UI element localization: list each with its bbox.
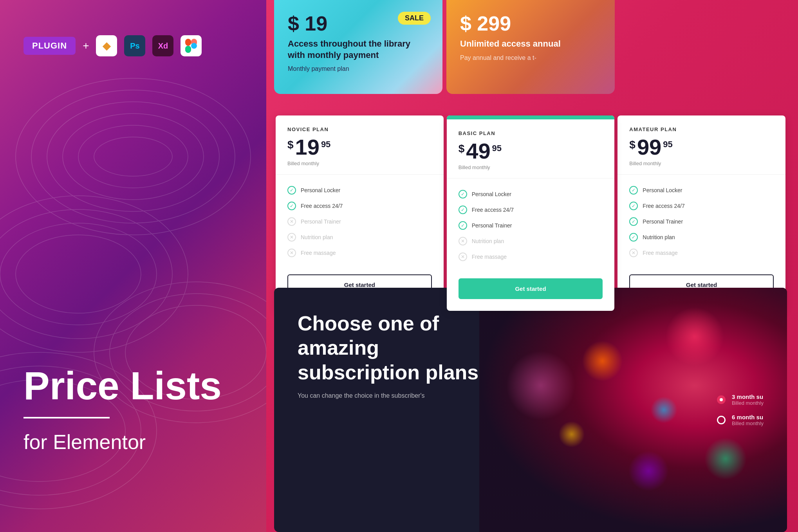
list-item: ✕ Nutrition plan bbox=[287, 229, 432, 245]
plugin-row: PLUGIN + ◆ Ps Xd bbox=[23, 35, 202, 56]
divider bbox=[23, 417, 110, 418]
bottom-subscription-section: Choose one of amazing subscription plans… bbox=[274, 288, 787, 532]
monthly-description: Access throughout the library with month… bbox=[288, 38, 429, 61]
annual-description: Unlimited access annual bbox=[460, 38, 601, 50]
basic-features: ✓ Personal Locker ✓ Free access 24/7 ✓ P… bbox=[447, 179, 615, 272]
novice-price-main: 19 bbox=[295, 136, 320, 158]
annual-price: $ 299 bbox=[460, 12, 601, 35]
basic-plan-card: BASIC PLAN $ 49 95 Billed monthly ✓ Pers… bbox=[447, 115, 615, 311]
novice-price-row: $ 19 95 bbox=[287, 136, 432, 158]
novice-features: ✓ Personal Locker ✓ Free access 24/7 ✕ P… bbox=[276, 175, 444, 269]
bottom-title: Choose one of amazing subscription plans bbox=[298, 311, 493, 384]
page-title: Price Lists bbox=[23, 366, 222, 405]
list-item: ✓ Free access 24/7 bbox=[287, 198, 432, 214]
amateur-features: ✓ Personal Locker ✓ Free access 24/7 ✓ P… bbox=[617, 175, 785, 269]
amateur-price-main: 99 bbox=[637, 136, 661, 158]
svg-point-1 bbox=[31, 90, 235, 223]
list-item: ✓ Free access 24/7 bbox=[459, 202, 603, 218]
novice-billed: Billed monthly bbox=[287, 161, 432, 166]
pricing-table: NOVICE PLAN $ 19 95 Billed monthly ✓ Per… bbox=[274, 115, 787, 311]
list-item: ✕ Personal Trainer bbox=[287, 214, 432, 229]
list-item: ✓ Free access 24/7 bbox=[629, 198, 774, 214]
figma-icon bbox=[181, 35, 202, 56]
amateur-header: AMATEUR PLAN $ 99 95 Billed monthly bbox=[617, 115, 785, 175]
xd-icon: Xd bbox=[152, 35, 173, 56]
amateur-plan-name: AMATEUR PLAN bbox=[629, 126, 774, 132]
list-item: ✕ Free massage bbox=[287, 245, 432, 261]
novice-plan-name: NOVICE PLAN bbox=[287, 126, 432, 132]
list-item: ✓ Personal Locker bbox=[629, 182, 774, 198]
annual-card: $ 299 Unlimited access annual Pay annual… bbox=[446, 0, 615, 94]
check-icon: ✓ bbox=[459, 190, 467, 198]
svg-rect-20 bbox=[185, 46, 191, 53]
svg-point-2 bbox=[47, 102, 219, 211]
list-item: ✕ Free massage bbox=[629, 245, 774, 261]
basic-get-started-button[interactable]: Get started bbox=[459, 278, 603, 299]
cross-icon: ✕ bbox=[459, 252, 467, 261]
svg-point-5 bbox=[94, 137, 172, 176]
svg-point-4 bbox=[78, 125, 188, 188]
monthly-card: SALE $ 19 Access throughout the library … bbox=[274, 0, 442, 94]
annual-subtitle: Pay annual and receive a t- bbox=[460, 54, 601, 61]
novice-header: NOVICE PLAN $ 19 95 Billed monthly bbox=[276, 115, 444, 175]
amateur-price-row: $ 99 95 bbox=[629, 136, 774, 158]
cross-icon: ✕ bbox=[287, 217, 296, 226]
amateur-plan-card: AMATEUR PLAN $ 99 95 Billed monthly ✓ Pe… bbox=[617, 115, 785, 311]
radio-3month[interactable] bbox=[717, 395, 726, 404]
subscription-options: 3 month su Billed monthly 6 month su Bil… bbox=[717, 393, 764, 426]
list-item: ✓ Personal Trainer bbox=[459, 218, 603, 233]
basic-plan-name: BASIC PLAN bbox=[459, 130, 603, 136]
basic-price-row: $ 49 95 bbox=[459, 140, 603, 162]
cross-icon: ✕ bbox=[629, 249, 638, 257]
svg-point-3 bbox=[63, 114, 204, 200]
left-panel: PLUGIN + ◆ Ps Xd Price Lists for Element… bbox=[0, 0, 266, 532]
subscription-option-3month[interactable]: 3 month su Billed monthly bbox=[717, 393, 764, 406]
check-icon: ✓ bbox=[459, 206, 467, 214]
check-icon: ✓ bbox=[629, 217, 638, 226]
check-icon: ✓ bbox=[287, 202, 296, 210]
amateur-billed: Billed monthly bbox=[629, 161, 774, 166]
right-panel: SALE $ 19 Access throughout the library … bbox=[266, 0, 798, 532]
list-item: ✓ Nutrition plan bbox=[629, 229, 774, 245]
top-cards-row: SALE $ 19 Access throughout the library … bbox=[274, 0, 791, 94]
svg-rect-16 bbox=[185, 39, 191, 46]
check-icon: ✓ bbox=[629, 202, 638, 210]
sub-option-6month-label: 6 month su bbox=[732, 414, 764, 420]
basic-billed: Billed monthly bbox=[459, 164, 603, 170]
list-item: ✓ Personal Trainer bbox=[629, 214, 774, 229]
list-item: ✕ Nutrition plan bbox=[459, 233, 603, 249]
basic-header: BASIC PLAN $ 49 95 Billed monthly bbox=[447, 119, 615, 179]
basic-footer: Get started bbox=[447, 272, 615, 311]
basic-price-cents: 95 bbox=[492, 143, 502, 153]
novice-price-cents: 95 bbox=[321, 139, 330, 150]
subscription-option-6month[interactable]: 6 month su Billed monthly bbox=[717, 414, 764, 426]
radio-inner bbox=[720, 398, 723, 401]
novice-dollar: $ bbox=[287, 139, 294, 151]
check-icon: ✓ bbox=[629, 233, 638, 242]
list-item: ✕ Free massage bbox=[459, 249, 603, 265]
plus-sign: + bbox=[83, 40, 89, 52]
svg-point-19 bbox=[191, 43, 197, 49]
list-item: ✓ Personal Locker bbox=[459, 186, 603, 202]
amateur-dollar: $ bbox=[629, 139, 636, 151]
sub-option-3month-sublabel: Billed monthly bbox=[732, 400, 764, 406]
cross-icon: ✕ bbox=[287, 233, 296, 242]
basic-dollar: $ bbox=[459, 142, 465, 155]
cross-icon: ✕ bbox=[287, 249, 296, 257]
svg-point-8 bbox=[0, 223, 157, 325]
cross-icon: ✕ bbox=[459, 237, 467, 245]
photoshop-icon: Ps bbox=[124, 35, 145, 56]
featured-bar bbox=[447, 115, 615, 119]
subtitle-text: for Elementor bbox=[23, 430, 222, 454]
check-icon: ✓ bbox=[629, 186, 638, 195]
sub-option-6month-sublabel: Billed monthly bbox=[732, 420, 764, 426]
sub-option-3month-label: 3 month su bbox=[732, 393, 764, 400]
novice-plan-card: NOVICE PLAN $ 19 95 Billed monthly ✓ Per… bbox=[276, 115, 444, 311]
sale-badge: SALE bbox=[398, 12, 431, 25]
plugin-badge: PLUGIN bbox=[23, 37, 76, 55]
sketch-icon: ◆ bbox=[96, 35, 117, 56]
svg-point-7 bbox=[0, 209, 172, 339]
radio-6month[interactable] bbox=[717, 416, 726, 424]
svg-point-9 bbox=[16, 235, 141, 313]
check-icon: ✓ bbox=[459, 221, 467, 230]
